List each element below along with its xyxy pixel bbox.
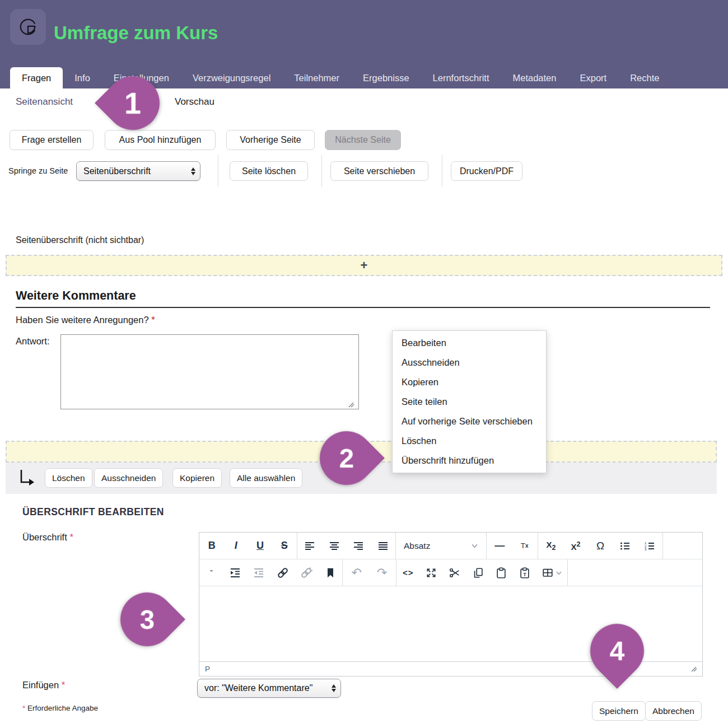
selection-loeschen-button[interactable]: Löschen [45, 468, 92, 488]
required-field-note: * Erforderliche Angabe [22, 704, 98, 712]
subscript-button[interactable]: X2 [539, 533, 563, 559]
align-justify-icon [378, 541, 388, 551]
italic-button[interactable]: I [224, 533, 248, 559]
clear-formatting-button[interactable]: Tx [513, 533, 536, 559]
select-stepper-icon [191, 167, 195, 175]
divider [321, 155, 322, 187]
align-left-button[interactable] [298, 533, 321, 559]
tab-metadaten[interactable]: Metadaten [501, 67, 568, 88]
paste-text-icon: T [519, 567, 531, 579]
unlink-icon [300, 566, 313, 580]
remove-link-button [295, 560, 318, 586]
editor-resize-grip-icon[interactable] [690, 666, 698, 673]
insert-link-button[interactable] [271, 560, 295, 586]
einfuegen-select[interactable]: vor: "Weitere Kommentare" [197, 679, 341, 698]
bold-button[interactable]: B [200, 533, 223, 559]
superscript-button[interactable]: X2 [564, 533, 587, 559]
ueberschrift-field-label: Überschrift * [22, 532, 73, 543]
numbered-list-button[interactable]: 123 [638, 533, 661, 559]
aus-pool-hinzufuegen-button[interactable]: Aus Pool hinzufügen [105, 130, 216, 150]
cut-button[interactable] [443, 560, 466, 586]
selection-kopieren-button[interactable]: Kopieren [172, 468, 222, 488]
paste-button[interactable] [489, 560, 513, 586]
seiten-select[interactable]: Seitenüberschrift [76, 161, 200, 181]
copy-button[interactable] [466, 560, 490, 586]
align-justify-button[interactable] [371, 533, 395, 559]
blockquote-button[interactable]: ” [199, 560, 223, 586]
bullet-list-button[interactable] [613, 533, 637, 559]
numbered-list-icon: 123 [645, 541, 655, 551]
paragraph-format-select[interactable]: Absatz [396, 541, 486, 551]
chevron-down-icon [471, 542, 478, 549]
answer-textarea[interactable] [60, 334, 359, 409]
tab-fragen[interactable]: Fragen [10, 67, 63, 88]
required-asterisk: * [62, 680, 65, 690]
source-code-button[interactable]: <> [396, 560, 420, 586]
tab-rechte[interactable]: Rechte [618, 67, 671, 88]
bookmark-icon [325, 567, 336, 578]
menu-item-loeschen[interactable]: Löschen [393, 431, 546, 451]
required-asterisk: * [22, 704, 25, 712]
paste-icon [495, 567, 507, 579]
frage-erstellen-button[interactable]: Frage erstellen [10, 130, 94, 150]
align-center-button[interactable] [323, 533, 346, 559]
subtab-vorschau[interactable]: Vorschau [175, 96, 214, 108]
abbrechen-button[interactable]: Abbrechen [645, 701, 702, 721]
tab-info[interactable]: Info [63, 67, 102, 88]
springe-zu-seite-label: Springe zu Seite [8, 166, 68, 175]
redo-icon: ↷ [377, 566, 387, 580]
drucken-pdf-button[interactable]: Drucken/PDF [451, 161, 522, 181]
vorherige-seite-button[interactable]: Vorherige Seite [226, 130, 315, 150]
indent-button[interactable] [223, 560, 247, 586]
menu-item-bearbeiten[interactable]: Bearbeiten [393, 333, 546, 353]
fullscreen-icon [426, 567, 437, 578]
tab-ergebnisse[interactable]: Ergebnisse [351, 67, 421, 88]
tab-export[interactable]: Export [568, 67, 618, 88]
menu-item-verschieben[interactable]: Auf vorherige Seite verschieben [393, 412, 546, 431]
source-code-icon: <> [403, 568, 414, 577]
required-asterisk: * [69, 532, 73, 542]
undo-icon: ↶ [351, 566, 361, 580]
menu-item-kopieren[interactable]: Kopieren [393, 372, 546, 392]
main-tab-bar: Fragen Info Einstellungen Verzweigungsre… [10, 67, 671, 88]
outdent-icon [254, 568, 264, 578]
add-content-dropzone[interactable]: + [6, 255, 722, 276]
naechste-seite-button: Nächste Seite [325, 130, 401, 150]
indent-icon [230, 568, 240, 578]
app-logo [10, 9, 46, 45]
fullscreen-button[interactable] [420, 560, 444, 586]
paste-as-text-button[interactable]: T [513, 560, 536, 586]
align-center-icon [329, 541, 339, 551]
tab-verzweigungsregel[interactable]: Verzweigungsregel [181, 67, 282, 88]
special-character-button[interactable]: Ω [589, 533, 612, 559]
add-content-plus-icon[interactable]: + [361, 259, 368, 272]
question-text: Haben Sie weitere Anregungen? * [16, 315, 155, 325]
selection-alle-auswaehlen-button[interactable]: Alle auswählen [230, 468, 302, 488]
table-button[interactable] [536, 560, 567, 586]
selection-arrow-icon [16, 468, 36, 488]
selection-ausschneiden-button[interactable]: Ausschneiden [94, 468, 163, 488]
editor-toolbar-row-2: ” ↶ ↷ [199, 559, 702, 586]
tab-lernfortschritt[interactable]: Lernfortschritt [421, 67, 501, 88]
table-icon [542, 567, 554, 579]
blockquote-icon: ” [210, 568, 212, 577]
tab-teilnehmer[interactable]: Teilnehmer [282, 67, 351, 88]
underline-button[interactable]: U [249, 533, 272, 559]
strikethrough-button[interactable]: S [273, 533, 296, 559]
required-asterisk: * [151, 315, 155, 325]
horizontal-rule-button[interactable]: — [488, 533, 511, 559]
svg-text:3: 3 [645, 548, 647, 551]
seite-loeschen-button[interactable]: Seite löschen [230, 161, 308, 181]
seite-verschieben-button[interactable]: Seite verschieben [330, 161, 428, 181]
undo-button: ↶ [345, 560, 368, 586]
menu-item-ueberschrift-hinzufuegen[interactable]: Überschrift hinzufügen [393, 451, 546, 470]
menu-item-seite-teilen[interactable]: Seite teilen [393, 392, 546, 412]
align-right-button[interactable] [347, 533, 370, 559]
menu-item-ausschneiden[interactable]: Ausschneiden [393, 353, 546, 372]
align-right-icon [353, 541, 363, 551]
subtab-seitenansicht[interactable]: Seitenansicht [16, 96, 73, 108]
anchor-bookmark-button[interactable] [319, 560, 342, 586]
scissors-icon [449, 567, 461, 579]
redo-button: ↷ [370, 560, 394, 586]
speichern-button[interactable]: Speichern [592, 701, 646, 721]
